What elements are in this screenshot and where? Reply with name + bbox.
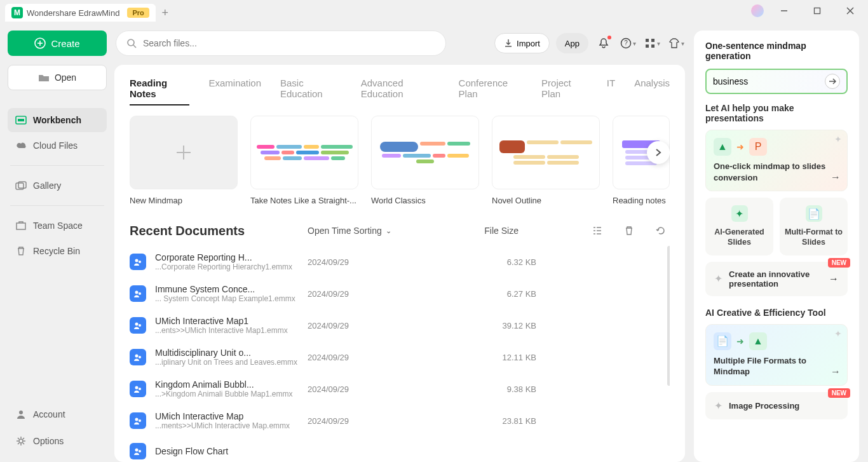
- sparkle-icon: ✦: [714, 400, 722, 412]
- svg-rect-20: [646, 44, 649, 48]
- notifications-button[interactable]: [595, 34, 613, 52]
- ai-prompt-box[interactable]: [705, 69, 848, 94]
- new-tab-button[interactable]: +: [156, 4, 175, 22]
- new-badge: NEW: [828, 258, 850, 268]
- main-panel: Reading Notes Examination Basic Educatio…: [114, 65, 685, 462]
- new-mindmap-card[interactable]: New Mindmap: [130, 116, 238, 205]
- tab-analysis[interactable]: Analysis: [634, 78, 670, 105]
- profile-avatar-icon[interactable]: [751, 4, 764, 17]
- arrow-icon: ➜: [736, 336, 744, 346]
- svg-point-36: [135, 449, 139, 452]
- doc-path: ...iplinary Unit on Trees and Leaves.emm…: [155, 358, 308, 367]
- chevron-down-icon: ▾: [681, 40, 684, 47]
- search-input[interactable]: [143, 38, 435, 48]
- svg-point-32: [135, 386, 139, 390]
- sidebar: Create Open Workbench Cloud Files Galler…: [0, 22, 114, 462]
- template-card[interactable]: Novel Outline: [492, 116, 600, 205]
- doc-size: 6.27 KB: [473, 289, 536, 299]
- chevron-right-icon: [654, 148, 663, 157]
- svg-point-30: [135, 355, 139, 358]
- create-button[interactable]: Create: [8, 31, 107, 56]
- folder-open-icon: [38, 73, 50, 82]
- sidebar-item-team[interactable]: Team Space: [8, 214, 107, 238]
- maximize-button[interactable]: [804, 2, 830, 20]
- sidebar-item-recycle[interactable]: Recycle Bin: [8, 239, 107, 263]
- ai-prompt-input[interactable]: [713, 76, 825, 86]
- card-label: Create an innovative presentation: [729, 269, 829, 289]
- category-tabs: Reading Notes Examination Basic Educatio…: [130, 78, 670, 105]
- image-processing-card[interactable]: ✦ Image Processing NEW: [705, 392, 848, 419]
- sidebar-item-label: Recycle Bin: [33, 246, 80, 256]
- sidebar-item-cloud[interactable]: Cloud Files: [8, 133, 107, 158]
- svg-rect-21: [651, 44, 654, 48]
- tab-it[interactable]: IT: [607, 78, 615, 105]
- card-label: AI-Generated Slides: [710, 227, 768, 248]
- help-icon: ?: [620, 37, 632, 49]
- gallery-icon: [15, 180, 27, 191]
- doc-name: Corporate Reporting H...: [155, 252, 308, 262]
- search-icon: [126, 38, 137, 48]
- apps-grid-button[interactable]: ▾: [643, 34, 661, 52]
- sort-dropdown[interactable]: Open Time Sorting ⌄: [308, 226, 391, 236]
- templates-next-button[interactable]: [647, 141, 670, 164]
- chevron-down-icon: ⌄: [386, 227, 391, 235]
- app-tab[interactable]: M Wondershare EdrawMind Pro: [5, 4, 156, 22]
- svg-rect-11: [17, 223, 25, 229]
- multiformat-slides-card[interactable]: 📄 Multi-Format to Slides: [780, 198, 848, 255]
- new-badge: NEW: [828, 388, 850, 398]
- card-label: Multi-Format to Slides: [785, 227, 843, 248]
- recent-list: Corporate Reporting H......Corporate Rep…: [130, 246, 670, 462]
- document-row[interactable]: UMich Interactive Map1...ents>>UMich Int…: [130, 309, 670, 341]
- document-row[interactable]: Multidisciplinary Unit o......iplinary U…: [130, 341, 670, 373]
- template-title: Novel Outline: [492, 196, 600, 205]
- sidebar-item-account[interactable]: Account: [8, 402, 107, 426]
- list-view-button[interactable]: [588, 222, 606, 240]
- minimize-button[interactable]: [771, 2, 797, 20]
- workbench-icon: [15, 114, 27, 126]
- sidebar-item-gallery[interactable]: Gallery: [8, 173, 107, 198]
- ai-generate-button[interactable]: [825, 74, 840, 89]
- refresh-button[interactable]: [652, 222, 670, 240]
- template-card[interactable]: World Classics: [371, 116, 479, 205]
- document-row[interactable]: UMich Interactive Map...ments>>UMich Int…: [130, 405, 670, 437]
- template-card[interactable]: Take Notes Like a Straight-...: [250, 116, 358, 205]
- plus-icon: [174, 143, 193, 162]
- tab-conference-plan[interactable]: Conference Plan: [459, 78, 523, 105]
- sidebar-item-workbench[interactable]: Workbench: [8, 108, 107, 132]
- oneclick-conversion-card[interactable]: ✦ ▲ ➜ P One-click mindmap to slides conv…: [705, 130, 848, 191]
- document-row[interactable]: Immune System Conce...... System Concept…: [130, 278, 670, 309]
- svg-point-14: [128, 39, 134, 46]
- edrawmind-icon: ▲: [714, 138, 731, 156]
- document-row[interactable]: Design Flow Chart: [130, 437, 670, 462]
- ai-slides-card[interactable]: ✦ AI-Generated Slides: [705, 198, 773, 255]
- tab-reading-notes[interactable]: Reading Notes: [130, 78, 189, 105]
- document-row[interactable]: Corporate Reporting H......Corporate Rep…: [130, 246, 670, 278]
- doc-name: Kingdom Animali Bubbl...: [155, 379, 308, 390]
- app-button[interactable]: App: [556, 33, 588, 53]
- import-button[interactable]: Import: [494, 33, 550, 53]
- tab-examination[interactable]: Examination: [208, 78, 261, 105]
- multifile-to-mindmap-card[interactable]: ✦ 📄 ➜ ▲ Multiple File Formats to Mindmap…: [705, 324, 848, 386]
- document-row[interactable]: Kingdom Animali Bubbl......>Kingdom Anim…: [130, 373, 670, 405]
- svg-point-34: [135, 418, 139, 421]
- innovative-presentation-card[interactable]: ✦ Create an innovative presentation → NE…: [705, 262, 848, 296]
- tab-basic-education[interactable]: Basic Education: [280, 78, 342, 105]
- open-button[interactable]: Open: [8, 65, 107, 90]
- shared-doc-icon: [130, 254, 146, 270]
- sidebar-item-options[interactable]: Options: [8, 429, 107, 453]
- app-logo-icon: M: [11, 7, 23, 18]
- doc-path: ...>Kingdom Animali Bubble Map1.emmx: [155, 390, 308, 398]
- theme-button[interactable]: ▾: [667, 34, 685, 52]
- shared-doc-icon: [130, 317, 146, 334]
- help-button[interactable]: ? ▾: [619, 34, 637, 52]
- card-label: One-click mindmap to slides conversion: [714, 161, 839, 183]
- delete-button[interactable]: [620, 222, 638, 240]
- arrow-right-icon: →: [831, 172, 841, 183]
- tab-project-plan[interactable]: Project Plan: [541, 78, 588, 105]
- close-button[interactable]: [837, 2, 863, 20]
- tab-advanced-education[interactable]: Advanced Education: [361, 78, 440, 105]
- doc-path: ...ents>>UMich Interactive Map1.emmx: [155, 326, 308, 335]
- search-box[interactable]: [116, 31, 446, 56]
- chevron-down-icon: ▾: [633, 40, 636, 47]
- scrollbar[interactable]: [667, 246, 670, 386]
